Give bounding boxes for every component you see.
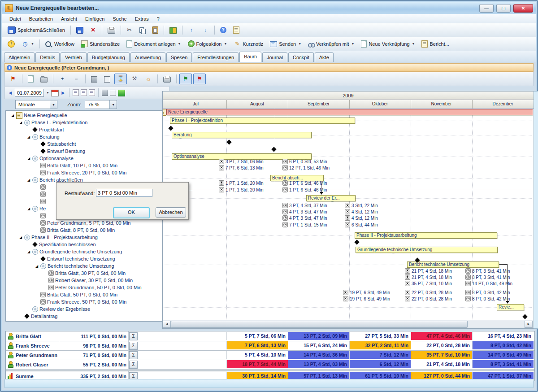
tab-auswertung[interactable]: Auswertung bbox=[130, 52, 165, 62]
zoom-dropdown-icon[interactable]: ▼ bbox=[109, 100, 117, 109]
tree-row[interactable]: Robert Glaser, 30 PT, 0 Std, 00 Min bbox=[43, 277, 133, 284]
tree-row[interactable] bbox=[35, 212, 47, 219]
milestone-diamond[interactable] bbox=[271, 147, 276, 152]
ok-button[interactable]: OK bbox=[113, 207, 150, 218]
tree-row[interactable]: Frank Shreeve, 20 PT, 0 Std, 00 Min bbox=[35, 169, 126, 176]
menu-einfgen[interactable]: Einfügen bbox=[82, 15, 108, 23]
plus-button[interactable]: + bbox=[56, 74, 69, 84]
day-view-icon[interactable] bbox=[73, 89, 79, 96]
menu-ansicht[interactable]: Ansicht bbox=[57, 15, 81, 23]
neue-verkn-pfung-button[interactable]: Neue Verknüpfung▼ bbox=[358, 39, 417, 49]
dropdown-arrow-icon[interactable]: ▼ bbox=[31, 42, 34, 45]
tree-row[interactable]: Peter Grundmann, 5 PT, 0 Std, 00 Min bbox=[35, 219, 130, 226]
sigma-button[interactable]: Σ bbox=[129, 342, 138, 350]
resources-view-icon[interactable] bbox=[118, 90, 125, 96]
expander-icon[interactable]: ◢ bbox=[18, 121, 23, 125]
restaufwand-input[interactable] bbox=[96, 189, 152, 197]
tree-row[interactable]: Spezifikation beschlossen bbox=[26, 241, 96, 248]
bericht-button[interactable]: Bericht... bbox=[419, 39, 451, 49]
tab-budgetplanung[interactable]: Budgetplanung bbox=[87, 52, 130, 62]
gantt-bar[interactable]: Revie... bbox=[497, 304, 524, 310]
minus-button[interactable]: − bbox=[70, 74, 82, 84]
tree-row[interactable]: ◢Re bbox=[26, 205, 46, 212]
doc-button[interactable] bbox=[25, 74, 36, 84]
cancel-button[interactable]: Abbrechen bbox=[156, 207, 186, 218]
clock-button[interactable]: ◷▼ bbox=[19, 39, 37, 49]
tree-row[interactable]: ◢Beratung bbox=[26, 133, 60, 140]
tree-row[interactable] bbox=[35, 198, 47, 205]
gantt-vscrollbar[interactable] bbox=[534, 91, 538, 329]
expander-icon[interactable]: ◢ bbox=[26, 207, 31, 211]
frame-view-icon[interactable] bbox=[110, 90, 116, 96]
org-button[interactable] bbox=[167, 25, 179, 35]
tree-row[interactable]: ◢Optionsanalyse bbox=[26, 155, 74, 162]
prev-date-button[interactable]: ◄ bbox=[8, 90, 13, 96]
flagred-button[interactable]: ⚑ bbox=[193, 74, 206, 84]
tab-akte[interactable]: Akte bbox=[315, 52, 334, 62]
senden-button[interactable]: Senden▼ bbox=[267, 39, 304, 49]
milestone-diamond[interactable] bbox=[522, 314, 527, 319]
sqlight-button[interactable] bbox=[101, 74, 113, 84]
tree-row[interactable] bbox=[35, 183, 47, 191]
tree-row[interactable]: Entwurf technische Umsetzung bbox=[35, 255, 115, 262]
tab-fremdleistungen[interactable]: Fremdleistungen bbox=[193, 52, 239, 62]
sigma-button[interactable]: Σ bbox=[129, 332, 138, 340]
tree-row[interactable]: Peter Grundmann, 50 PT, 0 Std, 00 Min bbox=[43, 284, 142, 291]
expander-icon[interactable]: ◢ bbox=[26, 178, 31, 182]
tab-cockpit[interactable]: Cockpit bbox=[288, 52, 314, 62]
title-bar[interactable]: E Neue Energiequelle bearbeiten... — ▢ ✕ bbox=[2, 2, 536, 14]
printer-button[interactable] bbox=[161, 74, 174, 84]
tree-row[interactable]: ◢Phase I - Projektdefinition bbox=[18, 119, 87, 126]
hscroll-right-icon[interactable]: ► bbox=[525, 321, 533, 328]
date-dropdown-icon[interactable]: ▼ bbox=[46, 91, 49, 94]
x-button[interactable]: ✕ bbox=[87, 25, 99, 35]
tab-details[interactable]: Details bbox=[35, 52, 60, 62]
close-button[interactable]: ✕ bbox=[513, 4, 533, 13]
interval-select[interactable]: Monate ▼ bbox=[15, 100, 57, 109]
tab-spesen[interactable]: Spesen bbox=[166, 52, 192, 62]
speichern-schlie-en-button[interactable]: Speichern&Schließen bbox=[5, 25, 68, 35]
paste-button[interactable] bbox=[149, 25, 161, 35]
gantt-bar[interactable]: Neue Energiequelle bbox=[166, 109, 533, 115]
tab-journal[interactable]: Journal bbox=[262, 52, 287, 62]
disk-button[interactable] bbox=[74, 25, 86, 35]
tab-vertrieb[interactable]: Vertrieb bbox=[61, 52, 87, 62]
tree-row[interactable]: Review der Ergebnisse bbox=[26, 305, 90, 313]
menu-suche[interactable]: Suche bbox=[109, 15, 130, 23]
expander-icon[interactable]: ◢ bbox=[26, 250, 31, 254]
dropdown-arrow-icon[interactable]: ▼ bbox=[412, 42, 415, 45]
maximize-button[interactable]: ▢ bbox=[496, 4, 511, 13]
menu-extras[interactable]: Extras bbox=[131, 15, 152, 23]
week-view-icon[interactable] bbox=[81, 89, 87, 96]
milestone-diamond[interactable] bbox=[168, 126, 173, 131]
tab-allgemein[interactable]: Allgemein bbox=[4, 52, 35, 62]
tab-baum[interactable]: Baum bbox=[239, 52, 261, 62]
fill-view-icon[interactable] bbox=[102, 90, 108, 96]
tree-row[interactable]: ◢Neue Energiequelle bbox=[10, 112, 67, 119]
tree-row[interactable]: Projektstart bbox=[26, 126, 64, 133]
kurznotiz-button[interactable]: ✎Kurznotiz bbox=[231, 39, 266, 49]
zoom-select[interactable]: 75 % ▼ bbox=[85, 100, 117, 109]
copy-button[interactable] bbox=[137, 26, 148, 35]
tree-row[interactable]: ◢Phase II - Projektausarbeitung bbox=[18, 234, 98, 241]
folgeaktion-button[interactable]: ➔Folgeaktion▼ bbox=[185, 39, 230, 49]
tree-row[interactable]: ◢Grundlegende technische Umsetzung bbox=[26, 248, 122, 255]
hscroll-thumb[interactable] bbox=[171, 321, 468, 328]
next-date-button[interactable]: ► bbox=[61, 90, 66, 96]
warning-button[interactable]: ! bbox=[5, 39, 17, 49]
flaggreen-button[interactable]: ⚑ bbox=[179, 74, 192, 84]
tree-row[interactable]: Britta Glatt, 50 PT, 0 Std, 00 Min bbox=[35, 291, 117, 298]
gantt-bar[interactable]: Grundlegende technische Umsetzung bbox=[356, 247, 498, 253]
milestone-diamond[interactable] bbox=[226, 139, 231, 144]
month-view-icon[interactable] bbox=[89, 89, 95, 96]
calendar-icon[interactable] bbox=[51, 90, 59, 96]
dokument-anlegen-button[interactable]: Dokument anlegen▼ bbox=[124, 39, 183, 49]
sigma-button[interactable]: Σ bbox=[129, 351, 138, 359]
sigma-button[interactable]: Σ bbox=[129, 361, 138, 369]
expander-icon[interactable]: ◢ bbox=[35, 264, 39, 268]
tree-row[interactable]: Britta Glatt, 10 PT, 0 Std, 00 Min bbox=[35, 162, 117, 169]
gantt-bar[interactable]: Beratung bbox=[172, 132, 312, 138]
tree-row[interactable]: Britta Glatt, 30 PT, 0 Std, 00 Min bbox=[43, 270, 126, 277]
printer-button[interactable] bbox=[105, 25, 118, 35]
tree-row[interactable] bbox=[35, 191, 47, 198]
